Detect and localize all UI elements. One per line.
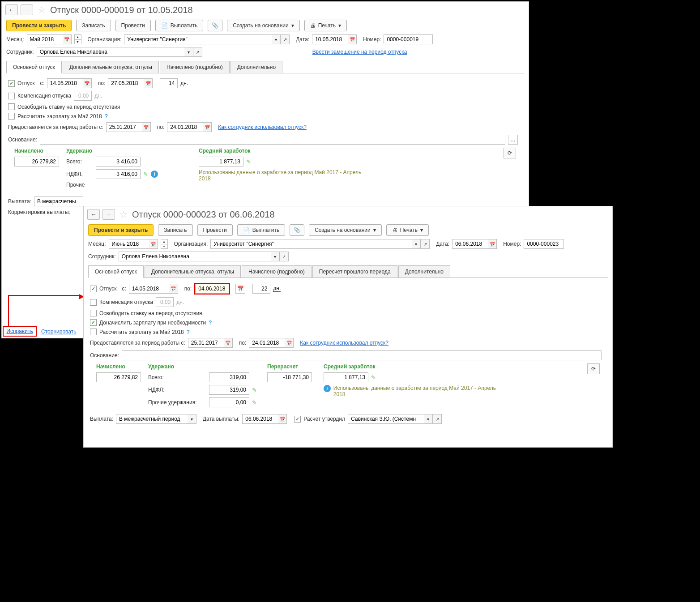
period-from-calendar-icon[interactable]: 📅 bbox=[224, 338, 233, 348]
tab-main[interactable]: Основной отпуск bbox=[88, 265, 144, 278]
post-button[interactable]: Провести bbox=[197, 224, 233, 236]
tab-accrued[interactable]: Начислено (подробно) bbox=[160, 61, 230, 73]
favorite-icon[interactable]: ☆ bbox=[120, 209, 128, 220]
basis-input[interactable] bbox=[40, 135, 505, 145]
emp-open-icon[interactable]: ↗ bbox=[280, 252, 289, 261]
payout-input[interactable] bbox=[116, 414, 188, 424]
from-input[interactable] bbox=[47, 78, 83, 88]
help-icon[interactable]: ? bbox=[187, 329, 190, 335]
attach-button[interactable]: 📎 bbox=[208, 20, 222, 31]
tab-extra[interactable]: Дополнительные отпуска, отгулы bbox=[145, 265, 241, 278]
forward-button[interactable]: → bbox=[21, 4, 33, 15]
approver-open-icon[interactable]: ↗ bbox=[433, 414, 442, 424]
refresh-button[interactable]: ⟳ bbox=[587, 363, 600, 374]
pencil-icon[interactable]: ✎ bbox=[252, 387, 257, 393]
date-calendar-icon[interactable]: 📅 bbox=[348, 34, 357, 44]
save-button[interactable]: Записать bbox=[158, 224, 192, 236]
print-button[interactable]: 🖨Печать▾ bbox=[304, 20, 347, 31]
payout-input[interactable] bbox=[34, 196, 83, 206]
approver-input[interactable] bbox=[348, 414, 424, 424]
period-to-input[interactable] bbox=[249, 338, 285, 348]
pencil-icon[interactable]: ✎ bbox=[246, 158, 251, 165]
help-icon[interactable]: ? bbox=[105, 113, 108, 120]
attach-button[interactable]: 📎 bbox=[290, 224, 304, 236]
tab-additional[interactable]: Дополнительно bbox=[230, 61, 282, 73]
vacation-checkbox[interactable]: ✓ bbox=[8, 80, 15, 87]
docalc-checkbox[interactable]: ✓ bbox=[90, 319, 97, 326]
period-from-input[interactable] bbox=[106, 122, 142, 132]
month-input[interactable] bbox=[109, 239, 149, 249]
comp-checkbox[interactable] bbox=[8, 93, 15, 99]
pay-button[interactable]: 📄Выплатить bbox=[155, 20, 204, 31]
period-from-input[interactable] bbox=[188, 338, 224, 348]
release-checkbox[interactable] bbox=[90, 310, 97, 316]
days-input[interactable] bbox=[160, 78, 178, 88]
refresh-button[interactable]: ⟳ bbox=[504, 148, 516, 158]
basis-input[interactable] bbox=[122, 350, 602, 360]
back-button[interactable]: ← bbox=[87, 209, 100, 220]
month-spinner[interactable]: ▲▼ bbox=[161, 239, 168, 249]
period-to-calendar-icon[interactable]: 📅 bbox=[203, 122, 212, 132]
num-input[interactable] bbox=[384, 34, 433, 44]
create-from-button[interactable]: Создать на основании▾ bbox=[309, 224, 382, 236]
month-spinner[interactable]: ▲▼ bbox=[74, 34, 81, 44]
to-calendar-icon[interactable]: 📅 bbox=[144, 78, 153, 88]
post-button[interactable]: Провести bbox=[115, 20, 151, 31]
tab-main[interactable]: Основной отпуск bbox=[6, 61, 62, 73]
forward-button[interactable]: → bbox=[102, 209, 115, 220]
calc-checkbox[interactable] bbox=[8, 113, 15, 120]
emp-input[interactable] bbox=[119, 252, 271, 261]
month-calendar-icon[interactable]: 📅 bbox=[63, 34, 72, 44]
pencil-icon[interactable]: ✎ bbox=[252, 399, 257, 406]
tab-extra[interactable]: Дополнительные отпуска, отгулы bbox=[63, 61, 159, 73]
emp-open-icon[interactable]: ↗ bbox=[193, 47, 202, 57]
from-calendar-icon[interactable]: 📅 bbox=[169, 284, 178, 294]
pencil-icon[interactable]: ✎ bbox=[143, 171, 148, 178]
info-icon[interactable]: i bbox=[151, 171, 158, 178]
correct-link[interactable]: Исправить bbox=[6, 328, 33, 334]
tab-additional[interactable]: Дополнительно bbox=[398, 265, 450, 278]
save-button[interactable]: Записать bbox=[76, 20, 111, 31]
tab-recalc[interactable]: Пересчет прошлого периода bbox=[312, 265, 397, 278]
tab-accrued[interactable]: Начислено (подробно) bbox=[242, 265, 312, 278]
basis-more-icon[interactable]: … bbox=[508, 135, 518, 145]
approver-dropdown-icon[interactable]: ▾ bbox=[424, 414, 433, 424]
emp-input[interactable] bbox=[37, 47, 184, 57]
info-icon[interactable]: i bbox=[324, 385, 331, 392]
substitution-link[interactable]: Ввести замещение на период отпуска bbox=[312, 49, 407, 55]
vacation-checkbox[interactable]: ✓ bbox=[90, 286, 97, 292]
storno-link[interactable]: Сторнировать bbox=[41, 329, 76, 335]
from-calendar-icon[interactable]: 📅 bbox=[83, 78, 92, 88]
paydate-calendar-icon[interactable]: 📅 bbox=[278, 414, 287, 424]
days-input[interactable] bbox=[252, 284, 270, 294]
approved-checkbox[interactable]: ✓ bbox=[294, 416, 301, 423]
period-to-input[interactable] bbox=[167, 122, 203, 132]
favorite-icon[interactable]: ☆ bbox=[38, 4, 46, 15]
month-input[interactable] bbox=[27, 34, 63, 44]
num-input[interactable] bbox=[524, 239, 564, 249]
org-input[interactable] bbox=[124, 34, 272, 44]
date-input[interactable] bbox=[312, 34, 348, 44]
usage-link[interactable]: Как сотрудник использовал отпуск? bbox=[300, 340, 388, 346]
org-open-icon[interactable]: ↗ bbox=[281, 34, 290, 44]
to-calendar-icon[interactable]: 📅 bbox=[235, 284, 245, 294]
date-input[interactable] bbox=[452, 239, 488, 249]
payout-dropdown-icon[interactable]: ▾ bbox=[188, 414, 196, 424]
paydate-input[interactable] bbox=[242, 414, 278, 424]
emp-dropdown-icon[interactable]: ▾ bbox=[184, 47, 193, 57]
help-icon[interactable]: ? bbox=[209, 320, 212, 326]
period-from-calendar-icon[interactable]: 📅 bbox=[142, 122, 151, 132]
print-button[interactable]: 🖨Печать▾ bbox=[386, 224, 429, 236]
emp-dropdown-icon[interactable]: ▾ bbox=[271, 252, 280, 261]
calc-checkbox[interactable] bbox=[90, 329, 97, 335]
release-checkbox[interactable] bbox=[8, 103, 15, 110]
usage-link[interactable]: Как сотрудник использовал отпуск? bbox=[218, 124, 307, 130]
create-from-button[interactable]: Создать на основании▾ bbox=[227, 20, 300, 31]
post-close-button[interactable]: Провести и закрыть bbox=[88, 224, 154, 236]
from-input[interactable] bbox=[129, 284, 169, 294]
pencil-icon[interactable]: ✎ bbox=[371, 374, 376, 381]
to-input[interactable] bbox=[108, 78, 144, 88]
comp-checkbox[interactable] bbox=[90, 299, 97, 306]
back-button[interactable]: ← bbox=[5, 4, 18, 15]
month-calendar-icon[interactable]: 📅 bbox=[149, 239, 158, 249]
